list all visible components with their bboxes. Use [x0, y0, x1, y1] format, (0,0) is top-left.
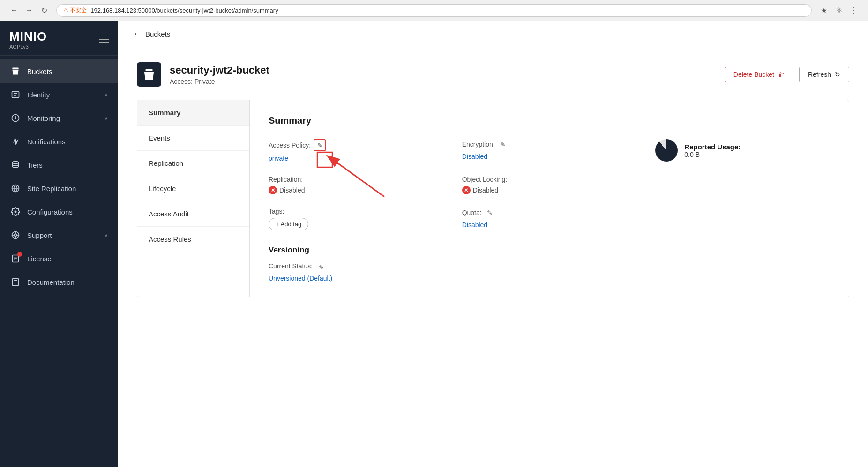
sidebar-item-tiers[interactable]: Tiers	[0, 153, 118, 177]
sidebar-item-label-identity: Identity	[27, 91, 98, 99]
sidebar-item-identity[interactable]: Identity ∧	[0, 83, 118, 106]
access-policy-value[interactable]: private	[269, 155, 288, 162]
usage-label: Reported Usage:	[684, 143, 741, 151]
replication-label: Replication:	[269, 176, 443, 183]
address-bar[interactable]: ⚠ 不安全 192.168.184.123:50000/buckets/secu…	[56, 4, 812, 17]
usage-value: 0.0 B	[684, 151, 741, 158]
sidebar-item-notifications[interactable]: Notifications	[0, 130, 118, 153]
bucket-header: security-jwt2-bucket Access: Private Del…	[137, 62, 849, 87]
replication-disabled-icon: ✕	[269, 186, 277, 194]
object-locking-disabled-icon: ✕	[462, 186, 471, 194]
security-warning: ⚠ 不安全	[63, 7, 87, 15]
left-nav-item-access-audit[interactable]: Access Audit	[137, 201, 249, 227]
sidebar-item-buckets[interactable]: Buckets	[0, 59, 118, 83]
summary-title: Summary	[269, 115, 830, 126]
refresh-label: Refresh	[808, 71, 831, 78]
current-status-value[interactable]: Unversioned (Default)	[269, 274, 830, 282]
url-text: 192.168.184.123:50000/buckets/security-j…	[90, 7, 278, 14]
sidebar-item-label-documentation: Documentation	[27, 278, 108, 286]
sidebar-item-label-monitoring: Monitoring	[27, 114, 98, 122]
quota-label: Quota: ✎	[462, 208, 637, 218]
access-policy-label: Access Policy: ✎	[269, 139, 443, 151]
sidebar-nav: Buckets Identity ∧ Monitoring ∧	[0, 56, 118, 467]
license-icon	[10, 253, 21, 264]
reported-usage-display: Reported Usage: 0.0 B	[655, 139, 830, 162]
support-chevron: ∧	[105, 233, 108, 238]
logo-sub: AGPLv3	[9, 44, 47, 50]
quota-edit-button[interactable]: ✎	[485, 208, 495, 218]
left-nav-item-access-rules[interactable]: Access Rules	[137, 227, 249, 252]
summary-row-2: Replication: ✕ Disabled Object L	[269, 176, 830, 194]
summary-panel: Summary Access Policy: ✎ private	[250, 100, 849, 297]
back-to-buckets-link[interactable]: ← Buckets	[133, 29, 170, 39]
content-area: security-jwt2-bucket Access: Private Del…	[118, 47, 868, 467]
left-nav-item-summary[interactable]: Summary	[137, 100, 249, 126]
sidebar-item-monitoring[interactable]: Monitoring ∧	[0, 106, 118, 130]
sidebar-item-documentation[interactable]: Documentation	[0, 270, 118, 294]
delete-bucket-button[interactable]: Delete Bucket 🗑	[725, 67, 793, 82]
object-locking-value: ✕ Disabled	[462, 186, 637, 194]
browser-chrome: ← → ↻ ⚠ 不安全 192.168.184.123:50000/bucket…	[0, 0, 868, 21]
svg-rect-1	[14, 93, 17, 94]
versioning-section: Versioning Current Status: ✎ Unversioned…	[269, 245, 830, 282]
encryption-section: Encryption: ✎ Disabled	[462, 139, 637, 163]
placeholder-col	[655, 176, 830, 194]
back-button[interactable]: ←	[7, 4, 21, 17]
sidebar-item-label-buckets: Buckets	[27, 67, 108, 75]
bucket-icon-large	[137, 62, 161, 87]
replication-section: Replication: ✕ Disabled	[269, 176, 443, 194]
svg-rect-2	[14, 95, 16, 96]
usage-info: Reported Usage: 0.0 B	[684, 143, 741, 158]
object-locking-label: Object Locking:	[462, 176, 637, 183]
tags-label: Tags:	[269, 208, 443, 215]
versioning-edit-button[interactable]: ✎	[316, 262, 327, 273]
left-nav-item-lifecycle[interactable]: Lifecycle	[137, 176, 249, 201]
bucket-access: Access: Private	[170, 78, 269, 85]
identity-icon	[10, 89, 21, 100]
sidebar-item-label-tiers: Tiers	[27, 161, 108, 169]
lambda-icon	[10, 136, 21, 147]
browser-nav: ← → ↻	[7, 4, 51, 17]
quota-value[interactable]: Disabled	[462, 221, 487, 229]
delete-bucket-label: Delete Bucket	[733, 71, 774, 78]
content-body: Summary Events Replication Lifecycle Acc…	[137, 100, 849, 297]
forward-button[interactable]: →	[22, 4, 36, 17]
tags-content: + Add tag	[269, 218, 443, 230]
bookmark-button[interactable]: ★	[817, 4, 831, 17]
left-nav-item-events[interactable]: Events	[137, 126, 249, 151]
browser-icons: ★ ⚛ ⋮	[817, 4, 861, 17]
bucket-title-block: security-jwt2-bucket Access: Private	[170, 64, 269, 85]
menu-button[interactable]: ⋮	[847, 4, 861, 17]
tiers-icon	[10, 160, 21, 170]
refresh-button[interactable]: Refresh ↻	[799, 67, 849, 82]
site-replication-icon	[10, 183, 21, 193]
add-tag-button[interactable]: + Add tag	[269, 218, 308, 230]
sidebar: MINIO AGPLv3 Buckets	[0, 21, 118, 467]
extensions-button[interactable]: ⚛	[832, 4, 846, 17]
sidebar-item-support[interactable]: Support ∧	[0, 223, 118, 247]
tags-section: Tags: + Add tag	[269, 208, 443, 230]
summary-row-3: Tags: + Add tag Quota: ✎	[269, 208, 830, 230]
monitoring-chevron: ∧	[105, 116, 108, 121]
bucket-name: security-jwt2-bucket	[170, 64, 269, 76]
encryption-value[interactable]: Disabled	[462, 153, 487, 160]
sidebar-item-label-support: Support	[27, 231, 98, 239]
access-policy-edit-button[interactable]: ✎	[314, 139, 326, 151]
versioning-title: Versioning	[269, 245, 830, 255]
sidebar-item-configurations[interactable]: Configurations	[0, 200, 118, 223]
current-status-row: Current Status: ✎	[269, 262, 830, 273]
reload-button[interactable]: ↻	[37, 4, 51, 17]
left-nav-item-replication[interactable]: Replication	[137, 151, 249, 176]
main-wrapper: ← Buckets security-jwt2-bucket	[118, 21, 868, 467]
encryption-edit-button[interactable]: ✎	[498, 139, 508, 149]
sidebar-item-license[interactable]: License	[0, 247, 118, 270]
sidebar-item-label-site-replication: Site Replication	[27, 185, 108, 193]
svg-point-4	[12, 162, 18, 164]
placeholder-col-2	[655, 208, 830, 230]
back-label: Buckets	[145, 30, 170, 38]
bucket-icon	[10, 66, 21, 76]
sidebar-item-site-replication[interactable]: Site Replication	[0, 177, 118, 200]
usage-pie-chart	[655, 139, 678, 162]
reported-usage-section: Reported Usage: 0.0 B	[655, 139, 830, 163]
hamburger-menu[interactable]	[99, 37, 109, 43]
